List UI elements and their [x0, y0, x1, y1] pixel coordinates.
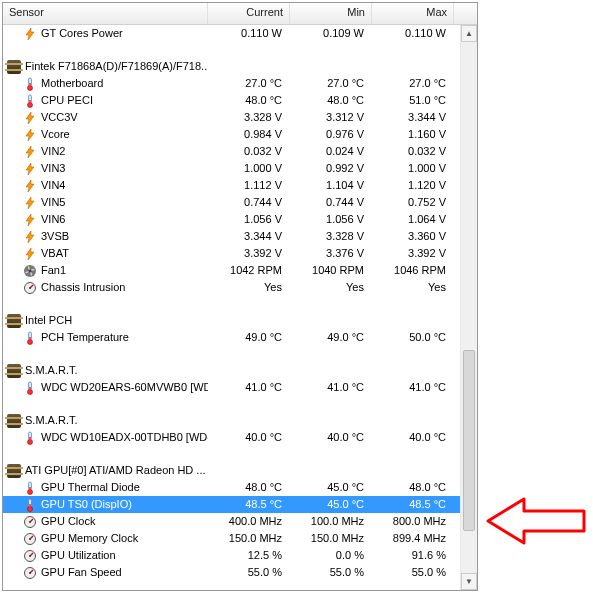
value-min: 45.0 °C	[290, 496, 372, 513]
bolt-icon	[23, 162, 37, 176]
bolt-icon	[23, 128, 37, 142]
value-min: 3.376 V	[290, 245, 372, 262]
value-max: 40.0 °C	[372, 429, 454, 446]
sensor-row[interactable]: GPU Utilization12.5 %0.0 %91.6 %	[3, 547, 460, 564]
spacer-row	[3, 446, 460, 462]
sensor-row[interactable]: VIN61.056 V1.056 V1.064 V	[3, 211, 460, 228]
sensor-row[interactable]: Fan11042 RPM1040 RPM1046 RPM	[3, 262, 460, 279]
value-min: 3.328 V	[290, 228, 372, 245]
value-max: 1.064 V	[372, 211, 454, 228]
therm-icon	[23, 498, 37, 512]
chip-icon	[7, 60, 21, 74]
value-max: 0.752 V	[372, 194, 454, 211]
value-max: 1.160 V	[372, 126, 454, 143]
value-current: 40.0 °C	[208, 429, 290, 446]
chip-icon	[7, 464, 21, 478]
sensor-label: Vcore	[41, 126, 70, 143]
value-max: 51.0 °C	[372, 92, 454, 109]
chip-icon	[7, 314, 21, 328]
sensor-row[interactable]: VIN31.000 V0.992 V1.000 V	[3, 160, 460, 177]
therm-icon	[23, 431, 37, 445]
scroll-thumb[interactable]	[463, 350, 475, 531]
sensor-row[interactable]: 3VSB3.344 V3.328 V3.360 V	[3, 228, 460, 245]
value-current: 1.056 V	[208, 211, 290, 228]
therm-icon	[23, 481, 37, 495]
sensor-row[interactable]: WDC WD20EARS-60MVWB0 [WD-W...41.0 °C41.0…	[3, 379, 460, 396]
group-row[interactable]: S.M.A.R.T.	[3, 412, 460, 429]
sensor-row[interactable]: VIN20.032 V0.024 V0.032 V	[3, 143, 460, 160]
value-max: Yes	[372, 279, 454, 296]
value-max: 50.0 °C	[372, 329, 454, 346]
scroll-up-button[interactable]: ▲	[461, 25, 477, 42]
value-min: 1.056 V	[290, 211, 372, 228]
value-current: 27.0 °C	[208, 75, 290, 92]
group-row[interactable]: S.M.A.R.T.	[3, 362, 460, 379]
sensor-row[interactable]: VCC3V3.328 V3.312 V3.344 V	[3, 109, 460, 126]
value-min: 49.0 °C	[290, 329, 372, 346]
gauge-icon	[23, 549, 37, 563]
sensor-label: VIN6	[41, 211, 65, 228]
value-min: 41.0 °C	[290, 379, 372, 396]
sensor-row[interactable]: GPU Memory Clock150.0 MHz150.0 MHz899.4 …	[3, 530, 460, 547]
sensor-label: GPU Fan Speed	[41, 564, 122, 581]
bolt-icon	[23, 196, 37, 210]
vertical-scrollbar[interactable]: ▲ ▼	[460, 25, 477, 590]
sensor-row[interactable]: VIN50.744 V0.744 V0.752 V	[3, 194, 460, 211]
sensor-label: Chassis Intrusion	[41, 279, 125, 296]
therm-icon	[23, 331, 37, 345]
col-header-sensor[interactable]: Sensor	[3, 3, 208, 24]
value-min: 40.0 °C	[290, 429, 372, 446]
sensor-row[interactable]: PCH Temperature49.0 °C49.0 °C50.0 °C	[3, 329, 460, 346]
value-min: 45.0 °C	[290, 479, 372, 496]
sensor-label: GPU Memory Clock	[41, 530, 138, 547]
sensor-rows[interactable]: GT Cores Power0.110 W0.109 W0.110 WFinte…	[3, 25, 460, 590]
scroll-down-button[interactable]: ▼	[461, 573, 477, 590]
spacer-row	[3, 396, 460, 412]
col-header-max[interactable]: Max	[372, 3, 454, 24]
sensor-row[interactable]: CPU PECI48.0 °C48.0 °C51.0 °C	[3, 92, 460, 109]
bolt-icon	[23, 179, 37, 193]
value-max: 48.0 °C	[372, 479, 454, 496]
annotation-arrow	[484, 493, 590, 549]
col-header-min[interactable]: Min	[290, 3, 372, 24]
group-row[interactable]: Intel PCH	[3, 312, 460, 329]
value-min: 3.312 V	[290, 109, 372, 126]
sensor-row[interactable]: VBAT3.392 V3.376 V3.392 V	[3, 245, 460, 262]
sensor-row[interactable]: GPU TS0 (DispIO)48.5 °C45.0 °C48.5 °C	[3, 496, 460, 513]
sensor-row[interactable]: Chassis IntrusionYesYesYes	[3, 279, 460, 296]
value-current: 3.344 V	[208, 228, 290, 245]
scroll-track[interactable]	[461, 42, 477, 573]
gauge-icon	[23, 515, 37, 529]
value-max: 0.032 V	[372, 143, 454, 160]
value-min: 0.744 V	[290, 194, 372, 211]
therm-icon	[23, 94, 37, 108]
sensor-label: VCC3V	[41, 109, 78, 126]
value-current: 1042 RPM	[208, 262, 290, 279]
sensor-row[interactable]: GT Cores Power0.110 W0.109 W0.110 W	[3, 25, 460, 42]
sensor-row[interactable]: Vcore0.984 V0.976 V1.160 V	[3, 126, 460, 143]
bolt-icon	[23, 230, 37, 244]
value-current: 48.0 °C	[208, 479, 290, 496]
value-current: 0.032 V	[208, 143, 290, 160]
sensor-label: VBAT	[41, 245, 69, 262]
sensor-row[interactable]: WDC WD10EADX-00TDHB0 [WD-W...40.0 °C40.0…	[3, 429, 460, 446]
value-max: 0.110 W	[372, 25, 454, 42]
group-row[interactable]: ATI GPU[#0] ATI/AMD Radeon HD ...	[3, 462, 460, 479]
value-min: 0.024 V	[290, 143, 372, 160]
group-label: Fintek F71868A(D)/F71869(A)/F718...	[25, 58, 208, 75]
value-current: 55.0 %	[208, 564, 290, 581]
value-current: 12.5 %	[208, 547, 290, 564]
sensor-row[interactable]: Motherboard27.0 °C27.0 °C27.0 °C	[3, 75, 460, 92]
sensor-label: GPU Utilization	[41, 547, 116, 564]
chip-icon	[7, 414, 21, 428]
value-current: 1.112 V	[208, 177, 290, 194]
group-row[interactable]: Fintek F71868A(D)/F71869(A)/F718...	[3, 58, 460, 75]
sensor-row[interactable]: GPU Fan Speed55.0 %55.0 %55.0 %	[3, 564, 460, 581]
sensor-row[interactable]: GPU Thermal Diode48.0 °C45.0 °C48.0 °C	[3, 479, 460, 496]
column-header[interactable]: Sensor Current Min Max	[3, 3, 477, 25]
spacer-row	[3, 42, 460, 58]
col-header-current[interactable]: Current	[208, 3, 290, 24]
sensor-row[interactable]: VIN41.112 V1.104 V1.120 V	[3, 177, 460, 194]
sensor-row[interactable]: GPU Clock400.0 MHz100.0 MHz800.0 MHz	[3, 513, 460, 530]
sensor-label: GT Cores Power	[41, 25, 123, 42]
